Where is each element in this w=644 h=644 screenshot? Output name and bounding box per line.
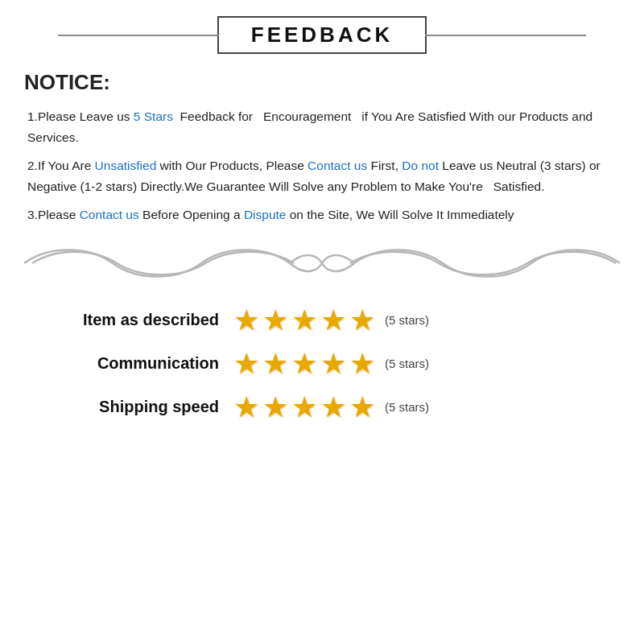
page: FEEDBACK NOTICE: 1.Please Leave us 5 Sta… — [0, 0, 644, 644]
star-s3: ★ — [291, 393, 317, 422]
rating-row-shipping: Shipping speed ★ ★ ★ ★ ★ (5 stars) — [40, 393, 604, 422]
star-s2: ★ — [262, 393, 288, 422]
rating-section: Item as described ★ ★ ★ ★ ★ (5 stars) Co… — [24, 306, 620, 422]
star-c4: ★ — [320, 349, 346, 378]
feedback-title: FEEDBACK — [251, 23, 393, 47]
stars-shipping: ★ ★ ★ ★ ★ (5 stars) — [233, 393, 429, 422]
star-3: ★ — [291, 306, 317, 335]
notice-section: NOTICE: 1.Please Leave us 5 Stars Feedba… — [24, 70, 620, 225]
notice-item-3: 3.Please Contact us Before Opening a Dis… — [24, 204, 620, 225]
feedback-title-box: FEEDBACK — [217, 16, 427, 54]
star-c5: ★ — [349, 349, 375, 378]
rating-row-communication: Communication ★ ★ ★ ★ ★ (5 stars) — [40, 349, 604, 378]
stars-count-shipping: (5 stars) — [385, 400, 429, 414]
divider-svg — [24, 242, 620, 286]
stars-count-item: (5 stars) — [385, 313, 429, 327]
star-s1: ★ — [233, 393, 259, 422]
stars-count-communication: (5 stars) — [385, 357, 429, 370]
decorative-divider — [24, 240, 620, 288]
rating-label-shipping: Shipping speed — [40, 398, 233, 416]
rating-row-item: Item as described ★ ★ ★ ★ ★ (5 stars) — [40, 306, 604, 335]
star-s4: ★ — [320, 393, 346, 422]
notice-item-1: 1.Please Leave us 5 Stars Feedback for E… — [24, 106, 620, 147]
star-s5: ★ — [349, 393, 375, 422]
star-5: ★ — [349, 306, 375, 335]
feedback-header: FEEDBACK — [24, 16, 620, 54]
star-c3: ★ — [291, 349, 317, 378]
notice-item-2: 2.If You Are Unsatisfied with Our Produc… — [24, 155, 620, 196]
star-c2: ★ — [262, 349, 288, 378]
stars-item: ★ ★ ★ ★ ★ (5 stars) — [233, 306, 429, 335]
star-2: ★ — [262, 306, 288, 335]
star-4: ★ — [320, 306, 346, 335]
star-c1: ★ — [233, 349, 259, 378]
rating-label-communication: Communication — [40, 354, 233, 373]
rating-label-item: Item as described — [40, 311, 233, 329]
notice-body: 1.Please Leave us 5 Stars Feedback for E… — [24, 106, 620, 225]
notice-title: NOTICE: — [24, 70, 620, 95]
stars-communication: ★ ★ ★ ★ ★ (5 stars) — [233, 349, 429, 378]
star-1: ★ — [233, 306, 259, 335]
